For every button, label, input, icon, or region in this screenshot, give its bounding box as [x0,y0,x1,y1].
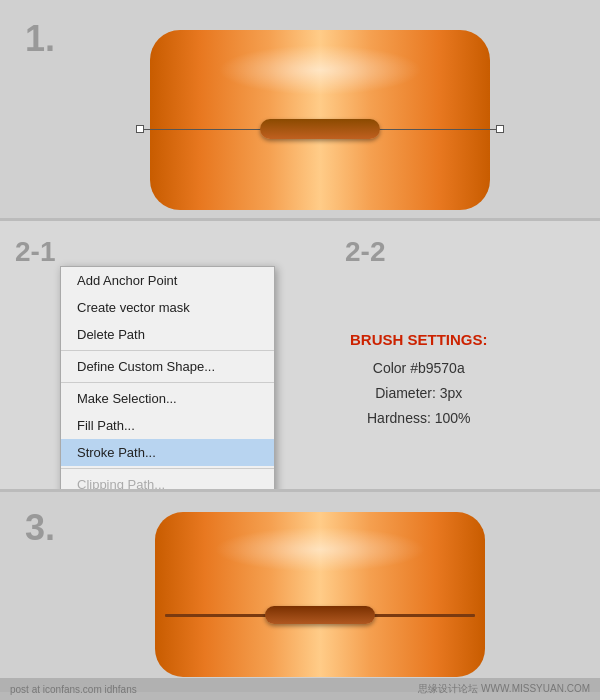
step3-cylinder-container [140,507,500,677]
step1-number: 1. [25,18,55,60]
step3-stroke-pill [265,606,375,624]
step2-left: 2-1 Add Anchor Point Create vector mask … [0,221,330,491]
menu-separator-1 [61,350,274,351]
step1-cylinder-container [140,20,500,200]
footer: post at iconfans.com idhfans 思缘设计论坛 WWW.… [0,678,600,700]
brush-settings-title: BRUSH SETTINGS: [350,331,488,348]
step2-2-number: 2-2 [345,236,385,268]
step1-path-line-inner [140,129,500,130]
step1-path-pill [260,119,380,139]
menu-separator-3 [61,468,274,469]
step2-1-number: 2-1 [15,236,55,268]
step3-number: 3. [25,507,55,549]
brush-diameter: Diameter: 3px [350,381,488,406]
menu-item-add-anchor[interactable]: Add Anchor Point [61,267,274,294]
brush-color: Color #b9570a [350,356,488,381]
step1-path-line [140,128,500,130]
step3-cylinder [155,512,485,677]
menu-item-create-vector-mask[interactable]: Create vector mask [61,294,274,321]
step3-section: 3. [0,492,600,692]
menu-item-fill-path[interactable]: Fill Path... [61,412,274,439]
footer-left: post at iconfans.com idhfans [10,684,137,695]
footer-right: 思缘设计论坛 WWW.MISSYUAN.COM [418,682,590,696]
menu-separator-2 [61,382,274,383]
step1-section: 1. [0,0,600,220]
menu-item-make-selection[interactable]: Make Selection... [61,385,274,412]
menu-item-delete-path[interactable]: Delete Path [61,321,274,348]
menu-item-define-custom-shape[interactable]: Define Custom Shape... [61,353,274,380]
step2-right: 2-2 BRUSH SETTINGS: Color #b9570a Diamet… [330,221,600,491]
brush-settings-panel: BRUSH SETTINGS: Color #b9570a Diameter: … [350,321,488,432]
brush-settings-body: Color #b9570a Diameter: 3px Hardness: 10… [350,356,488,432]
step2-section: 2-1 Add Anchor Point Create vector mask … [0,221,600,491]
step1-anchor-left [136,125,144,133]
menu-item-stroke-path[interactable]: Stroke Path... [61,439,274,466]
brush-hardness: Hardness: 100% [350,406,488,431]
step1-anchor-right [496,125,504,133]
